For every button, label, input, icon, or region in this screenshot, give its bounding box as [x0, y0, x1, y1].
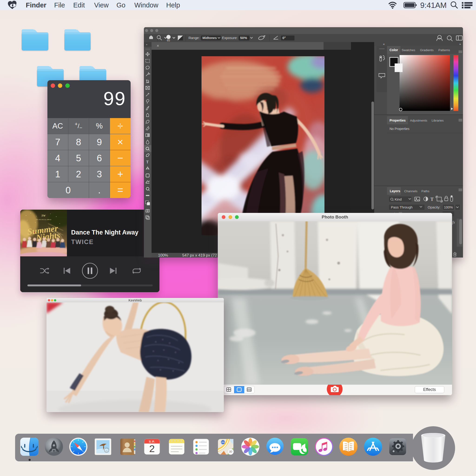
svg-text:THE 2ND SPECIAL ALBUM: THE 2ND SPECIAL ALBUM	[35, 219, 51, 220]
svg-text:2: 2	[149, 443, 155, 454]
svg-text:3D: 3D	[229, 450, 232, 453]
svg-text:»: »	[146, 43, 147, 46]
svg-text:Libraries: Libraries	[432, 119, 444, 122]
svg-text:Midtones: Midtones	[203, 36, 217, 40]
svg-text:65: 65	[167, 39, 170, 42]
svg-text:0°: 0°	[282, 36, 286, 40]
svg-text:Color: Color	[390, 48, 398, 52]
svg-text:T: T	[146, 160, 149, 164]
svg-text:Exposure:: Exposure:	[222, 36, 238, 40]
svg-text:Pass Through: Pass Through	[391, 205, 412, 209]
svg-text:100%: 100%	[444, 205, 453, 209]
svg-text:Opacity:: Opacity:	[428, 205, 441, 209]
svg-text:Properties: Properties	[390, 119, 406, 122]
svg-text:No Properties: No Properties	[390, 127, 409, 131]
svg-text:Effects: Effects	[423, 387, 436, 392]
svg-text:T: T	[430, 197, 434, 202]
svg-text:Adjustments: Adjustments	[410, 119, 427, 122]
svg-text:»: »	[459, 42, 461, 46]
svg-text:Range:: Range:	[188, 36, 200, 40]
svg-text:280: 280	[221, 441, 225, 443]
svg-text:Swatches: Swatches	[402, 48, 415, 52]
svg-text:Paths: Paths	[421, 189, 429, 193]
svg-text:Gradients: Gradients	[420, 48, 434, 52]
svg-text:Patterns: Patterns	[438, 48, 450, 52]
svg-text:Channels: Channels	[404, 189, 417, 193]
svg-text:TW: TW	[41, 214, 46, 217]
svg-text:50%: 50%	[240, 36, 247, 40]
svg-text:Layers: Layers	[390, 189, 400, 193]
svg-text:Kind: Kind	[395, 197, 402, 201]
svg-text:ม.ค.: ม.ค.	[149, 440, 155, 443]
svg-text:«: «	[383, 42, 385, 46]
svg-text:fx: fx	[452, 220, 455, 224]
